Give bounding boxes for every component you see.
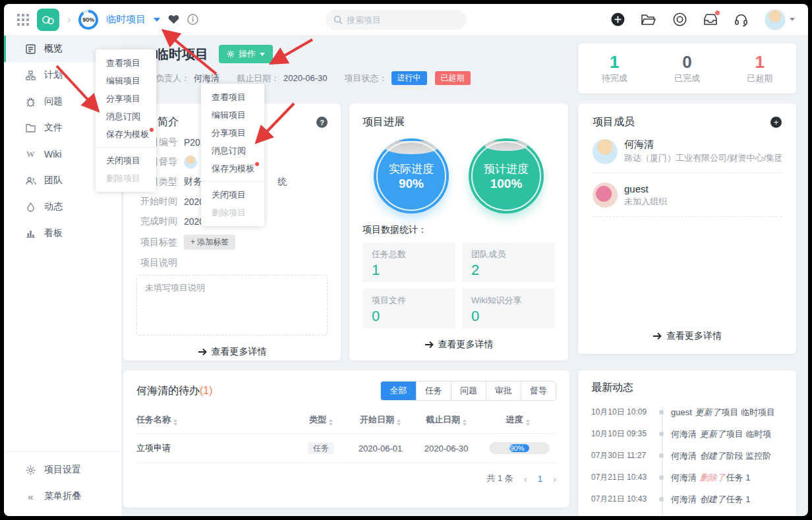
member-avatar <box>593 139 618 164</box>
add-member-icon[interactable]: + <box>770 117 782 128</box>
gear-icon <box>25 465 36 475</box>
stat-pending[interactable]: 1 待完成 <box>578 53 651 84</box>
progress-more-link[interactable]: 查看更多详情 <box>362 339 555 351</box>
inbox-icon[interactable] <box>703 13 718 26</box>
apps-grid-icon[interactable] <box>17 14 29 26</box>
sidebar-item-collapse-menu[interactable]: « 菜单折叠 <box>4 483 121 509</box>
menu-item-share-project[interactable]: 分享项目 <box>96 90 156 107</box>
sidebar-item-label: 问题 <box>44 96 63 107</box>
intro-row-description: 项目说明 <box>136 256 328 270</box>
sort-icon[interactable] <box>397 417 401 428</box>
menu-item-edit-project[interactable]: 编辑项目 <box>96 72 156 90</box>
sidebar-item-project-settings[interactable]: 项目设置 <box>4 457 121 483</box>
member-row[interactable]: guest 未加入组织 <box>593 183 782 208</box>
user-avatar[interactable] <box>765 9 786 30</box>
activity-item: 07月21日 10:43 何海清 删除了任务 1 <box>591 467 783 488</box>
expected-progress-ball: 预计进度 100% <box>469 138 544 214</box>
add-tag-button[interactable]: + 添加标签 <box>184 235 235 250</box>
tab-tasks[interactable]: 任务 <box>416 382 451 400</box>
project-members-card: 项目成员 + 何海清 路达（厦门）工业有限公司/财资中心/集团资讯部 guest… <box>578 103 796 354</box>
task-progress-bar: 90% <box>489 442 550 454</box>
folder-icon <box>25 124 36 132</box>
activity-item: 06月08日 14:57 何海清 变更了任务 立项申 <box>591 510 783 516</box>
menu-item-close-project[interactable]: 关闭项目 <box>201 186 264 204</box>
due-label: 截止日期： <box>237 72 279 84</box>
tab-issues[interactable]: 问题 <box>451 382 486 400</box>
sidebar-item-label: 计划 <box>44 69 63 81</box>
owner-label: 负责人： <box>156 72 190 84</box>
sort-icon[interactable] <box>463 417 467 428</box>
next-page-button[interactable]: › <box>553 473 556 484</box>
sidebar-item-activity[interactable]: 动态 <box>4 194 121 220</box>
sort-icon[interactable] <box>329 417 333 428</box>
cloud-logo-icon[interactable] <box>37 9 59 31</box>
info-icon[interactable] <box>187 14 198 25</box>
menu-item-close-project[interactable]: 关闭项目 <box>96 152 156 169</box>
action-button[interactable]: 操作 <box>219 45 273 63</box>
intro-more-link[interactable]: 查看更多详情 <box>136 346 328 358</box>
menu-item-view-project[interactable]: 查看项目 <box>96 54 156 72</box>
project-description-box: 未填写项目说明 <box>136 275 328 335</box>
tab-approvals[interactable]: 审批 <box>486 382 521 400</box>
stat-tile-tasks[interactable]: 任务总数1 <box>362 243 455 282</box>
create-plus-icon[interactable] <box>611 13 625 26</box>
menu-item-view-project[interactable]: 查看项目 <box>201 88 264 106</box>
wiki-icon: W <box>25 149 36 159</box>
stat-completed[interactable]: 0 已完成 <box>651 53 723 84</box>
plan-icon <box>25 71 36 80</box>
sort-icon[interactable] <box>173 417 177 428</box>
member-row[interactable]: 何海清 路达（厦门）工业有限公司/财资中心/集团资讯部 <box>593 138 782 164</box>
sidebar-item-label: 项目设置 <box>44 464 81 476</box>
stat-tile-files[interactable]: 项目文件0 <box>362 289 455 328</box>
breadcrumb-project-name[interactable]: 临时项目 <box>106 13 146 26</box>
activity-card: 最新动态 10月10日 10:09 guest 更新了项目 临时项目 10月10… <box>578 370 796 516</box>
app-window: › 90% 临时项目 <box>4 4 808 516</box>
team-icon <box>25 177 36 185</box>
timeline-dot <box>659 497 664 502</box>
menu-item-save-as-template[interactable]: 保存为模板 <box>201 159 264 177</box>
total-count: 共 1 条 <box>486 473 513 484</box>
members-more-link[interactable]: 查看更多详情 <box>578 330 796 342</box>
tab-all[interactable]: 全部 <box>381 382 416 400</box>
search-input[interactable] <box>347 15 452 25</box>
activity-list: 10月10日 10:09 guest 更新了项目 临时项目 10月10日 09:… <box>591 401 783 516</box>
sidebar-item-label: Wiki <box>44 149 61 159</box>
stat-overdue[interactable]: 1 已超期 <box>724 53 796 84</box>
favorite-heart-icon[interactable] <box>168 14 179 24</box>
menu-item-message-subscribe[interactable]: 消息订阅 <box>201 142 264 159</box>
progress-card-title: 项目进展 <box>362 115 405 129</box>
new-badge-dot <box>255 162 259 166</box>
project-action-menu-button: 查看项目 编辑项目 分享项目 消息订阅 保存为模板 关闭项目 删除项目 <box>201 84 264 226</box>
tab-supervision[interactable]: 督导 <box>521 382 556 400</box>
menu-item-message-subscribe[interactable]: 消息订阅 <box>96 107 156 125</box>
due-value: 2020-06-30 <box>283 73 328 83</box>
menu-item-share-project[interactable]: 分享项目 <box>201 124 264 142</box>
member-avatar <box>593 183 618 208</box>
search-box <box>326 10 467 30</box>
data-stats-label: 项目数据统计： <box>362 224 555 236</box>
sort-icon[interactable] <box>526 417 530 428</box>
arrow-right-icon <box>652 332 662 340</box>
help-ring-icon[interactable] <box>673 13 687 26</box>
menu-divider <box>96 147 156 148</box>
activity-item: 10月10日 10:09 guest 更新了项目 临时项目 <box>591 401 783 423</box>
sidebar-item-label: 团队 <box>44 175 63 187</box>
member-divider <box>593 173 782 173</box>
todo-table-row[interactable]: 立项申请 任务 2020-06-01 2020-06-30 90% <box>136 433 556 463</box>
help-question-icon[interactable]: ? <box>316 117 328 128</box>
projects-folder-icon[interactable] <box>641 14 656 26</box>
progress-remainder <box>485 141 527 151</box>
user-menu-caret-icon[interactable] <box>790 18 795 24</box>
menu-item-edit-project[interactable]: 编辑项目 <box>201 106 264 124</box>
prev-page-button[interactable]: ‹ <box>524 473 527 484</box>
breadcrumb-separator-icon: › <box>67 14 71 26</box>
headset-support-icon[interactable] <box>734 13 748 26</box>
sidebar-divider <box>4 451 121 451</box>
project-switch-caret-icon[interactable] <box>154 18 160 25</box>
menu-item-save-as-template[interactable]: 保存为模板 <box>96 125 156 143</box>
page-number[interactable]: 1 <box>538 474 542 484</box>
stat-tile-members[interactable]: 团队成员2 <box>462 243 555 282</box>
stat-tile-wiki[interactable]: Wiki知识分享0 <box>462 289 555 328</box>
inbox-notification-dot <box>715 11 720 15</box>
sidebar-item-board[interactable]: 看板 <box>4 220 121 246</box>
